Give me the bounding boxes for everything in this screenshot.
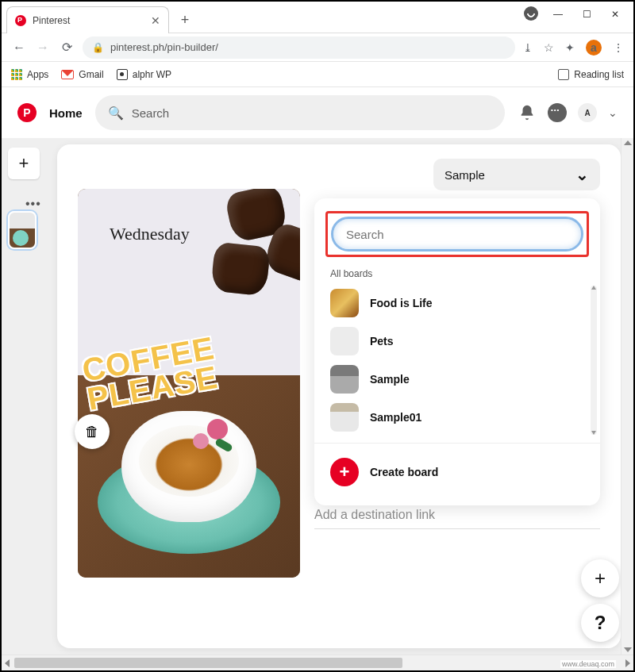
pin-image-preview: Wednesday COFFEEPLEASE [78, 189, 300, 578]
board-name: Sample01 [370, 411, 421, 424]
all-boards-label: All boards [314, 260, 600, 284]
pin-thumbnail[interactable] [8, 211, 37, 249]
browser-toolbar: ← → ⟳ 🔒 pinterest.ph/pin-builder/ ⤓ ☆ ✦ … [2, 33, 633, 62]
board-item[interactable]: Sample01 [314, 398, 600, 436]
window-minimize-button[interactable]: — [546, 5, 570, 24]
gmail-icon [61, 70, 74, 79]
plus-circle-icon: + [330, 458, 359, 486]
bookmarks-bar: Apps Gmail alphr WP Reading list [2, 62, 633, 87]
back-button[interactable]: ← [11, 40, 27, 56]
user-avatar[interactable]: A [578, 103, 597, 122]
window-maximize-button[interactable]: ☐ [575, 5, 598, 24]
divider [314, 443, 600, 444]
apps-label: Apps [27, 69, 48, 80]
site-icon [117, 69, 128, 80]
tab-close-icon[interactable]: ✕ [151, 14, 160, 27]
board-search-input[interactable] [346, 228, 568, 241]
chrome-menu-icon[interactable]: ⋮ [613, 41, 624, 54]
window-titlebar: Pinterest ✕ + — ☐ ✕ [2, 2, 633, 33]
highlight-annotation [325, 211, 589, 257]
board-name: Sample [370, 373, 410, 386]
horizontal-scrollbar[interactable] [2, 655, 633, 670]
create-board-label: Create board [370, 466, 438, 478]
lock-icon: 🔒 [92, 42, 104, 53]
tab-title: Pinterest [33, 15, 70, 26]
url-text: pinterest.ph/pin-builder/ [110, 41, 218, 53]
board-thumb-icon [330, 289, 359, 317]
board-item[interactable]: Pets [314, 322, 600, 360]
forward-button[interactable]: → [35, 40, 51, 56]
alphr-bookmark[interactable]: alphr WP [117, 69, 171, 80]
reload-button[interactable]: ⟳ [59, 40, 75, 56]
board-list-scrollbar[interactable] [591, 286, 597, 435]
chevron-down-icon: ⌄ [575, 165, 589, 184]
account-menu-chevron-icon[interactable]: ⌄ [608, 106, 618, 119]
chrome-account-icon[interactable] [524, 6, 538, 21]
board-select-dropdown[interactable]: Sample ⌄ [433, 159, 600, 190]
messages-icon[interactable] [548, 103, 567, 122]
alphr-label: alphr WP [133, 69, 171, 80]
board-thumb-icon [330, 403, 359, 432]
notifications-bell-icon[interactable] [518, 103, 537, 122]
board-item[interactable]: Sample [314, 360, 600, 398]
bookmark-star-icon[interactable]: ☆ [544, 41, 554, 54]
board-thumb-icon [330, 365, 359, 394]
chrome-profile-avatar[interactable]: a [586, 40, 602, 56]
home-nav[interactable]: Home [49, 106, 83, 120]
board-picker-popover: All boards Food is Life Pets Sample Samp… [314, 198, 600, 505]
apps-grid-icon [11, 69, 22, 80]
pinterest-header: P Home 🔍 Search A ⌄ [2, 87, 633, 138]
browser-tab[interactable]: Pinterest ✕ [6, 6, 169, 33]
pin-thumb-menu-icon[interactable]: ••• [25, 197, 41, 211]
board-thumb-icon [330, 327, 359, 355]
extensions-icon[interactable]: ✦ [565, 41, 575, 54]
window-close-button[interactable]: ✕ [603, 5, 627, 24]
search-placeholder: Search [132, 106, 170, 120]
pinterest-logo-icon[interactable]: P [17, 103, 37, 122]
create-board-button[interactable]: + Create board [314, 450, 600, 494]
board-name: Food is Life [370, 297, 433, 309]
board-name: Pets [370, 335, 394, 348]
board-list: Food is Life Pets Sample Sample01 [314, 284, 600, 436]
reading-list-icon [558, 69, 569, 80]
board-selected-label: Sample [444, 168, 485, 182]
search-icon: 🔍 [108, 106, 124, 121]
new-tab-button[interactable]: + [174, 9, 196, 31]
board-search-field[interactable] [331, 217, 583, 252]
gmail-label: Gmail [79, 69, 103, 80]
trash-icon: 🗑 [85, 424, 99, 440]
floating-help-button[interactable]: ? [581, 604, 619, 642]
pin-editor-panel: Wednesday COFFEEPLEASE 🗑 Sample ⌄ [57, 144, 621, 648]
board-item[interactable]: Food is Life [314, 284, 600, 322]
apps-shortcut[interactable]: Apps [11, 69, 48, 80]
install-app-icon[interactable]: ⤓ [523, 41, 533, 54]
destination-link-input[interactable]: Add a destination link [314, 508, 600, 529]
address-bar[interactable]: 🔒 pinterest.ph/pin-builder/ [83, 36, 515, 59]
pinterest-search-bar[interactable]: 🔍 Search [95, 95, 505, 130]
reading-list-label: Reading list [574, 69, 624, 80]
gmail-bookmark[interactable]: Gmail [61, 69, 103, 80]
pin-builder-area: + ••• Wednesday COFFEEPLEASE [2, 138, 633, 655]
pinterest-favicon [15, 15, 26, 26]
vertical-scrollbar[interactable] [621, 138, 633, 655]
reading-list-button[interactable]: Reading list [558, 69, 624, 80]
add-pin-button[interactable]: + [8, 148, 40, 179]
floating-add-button[interactable]: + [581, 559, 619, 597]
watermark-text: www.deuaq.com [560, 660, 616, 668]
